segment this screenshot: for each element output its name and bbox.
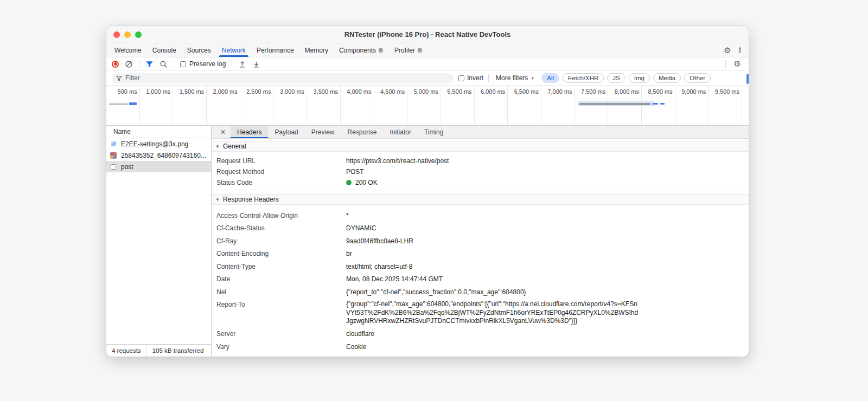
invert-label: Invert	[467, 74, 483, 82]
resource-type-chips: AllFetch/XHRJSImgMediaOther	[541, 73, 711, 83]
resource-type-chip[interactable]: Other	[684, 73, 711, 83]
main-tab[interactable]: Components	[334, 43, 389, 57]
detail-tabs: HeadersPayloadPreviewResponseInitiatorTi…	[231, 126, 450, 138]
detail-tab[interactable]: Timing	[418, 126, 450, 138]
resource-type-chip[interactable]: Media	[653, 73, 681, 83]
status-ok-dot	[346, 180, 352, 185]
header-row: Report-To {"group":"cf-nel","max_age":60…	[212, 299, 749, 328]
toolbar-divider	[725, 60, 726, 68]
response-headers-section-header[interactable]: ▼ Response Headers	[212, 194, 749, 205]
transferred-size: 105 kB transferred	[147, 347, 209, 354]
main-tab[interactable]: Network	[216, 43, 251, 57]
network-content: Name E2EE-settings@3x.png 258435352_6486…	[106, 126, 749, 357]
headers-view: ▼ General Request URL https://ptsv3.com/…	[212, 139, 749, 357]
general-section-header[interactable]: ▼ General	[212, 141, 749, 152]
main-tab[interactable]: Performance	[251, 43, 299, 57]
tabbar-actions: ⚙ ⋮	[722, 43, 749, 57]
network-settings-gear-icon[interactable]: ⚙	[731, 59, 743, 69]
header-row: Nel {"report_to":"cf-nel","success_fract…	[212, 286, 749, 299]
import-har-icon[interactable]	[238, 60, 246, 68]
close-detail-icon[interactable]: ✕	[215, 126, 231, 138]
toolbar-divider	[232, 60, 232, 68]
image-icon	[111, 141, 116, 146]
timeline-tick: 9,000 ms	[675, 86, 709, 125]
detail-tab[interactable]: Initiator	[384, 126, 418, 138]
section-divider	[212, 190, 749, 190]
document-icon	[111, 164, 116, 170]
network-toolbar: Preserve log ⚙	[106, 57, 749, 71]
header-row: Server cloudflare	[212, 328, 749, 341]
timeline-tick: 500 ms	[106, 86, 140, 125]
waterfall-bar-early[interactable]	[109, 104, 128, 105]
header-row: Access-Control-Allow-Origin *	[212, 209, 749, 222]
waterfall-bar-late-download[interactable]	[653, 103, 658, 105]
response-header-rows: Access-Control-Allow-Origin * Cf-Cache-S…	[212, 209, 749, 353]
filter-placeholder: Filter	[125, 74, 140, 82]
timeline-tick: 1,000 ms	[140, 86, 174, 125]
clear-network-log-icon[interactable]	[125, 60, 133, 68]
preserve-log-checkbox[interactable]	[180, 61, 186, 67]
timeline-tick: 9,500 ms	[709, 86, 742, 125]
resource-type-chip[interactable]: JS	[607, 73, 625, 83]
more-menu-icon[interactable]: ⋮	[736, 45, 744, 56]
waterfall-bar-early-download[interactable]	[129, 102, 137, 105]
resource-type-chip[interactable]: Img	[629, 73, 650, 83]
filter-input[interactable]: Filter	[112, 73, 454, 83]
disclosure-triangle-icon: ▼	[215, 197, 220, 202]
detail-tabbar: ✕ HeadersPayloadPreviewResponseInitiator…	[212, 126, 749, 139]
resource-type-chip[interactable]: Fetch/XHR	[563, 73, 604, 83]
resource-type-chip[interactable]: All	[541, 73, 559, 83]
main-tabs: Welcome Console	[109, 43, 428, 57]
timeline-tick: 6,000 ms	[475, 86, 508, 125]
name-column-header[interactable]: Name	[106, 126, 211, 138]
detail-tab[interactable]: Preview	[305, 126, 341, 138]
header-row: Request URL https://ptsv3.com/t/react-na…	[212, 156, 749, 166]
waterfall-bar-late-download-end[interactable]	[660, 103, 665, 105]
record-network-log-button[interactable]	[112, 61, 119, 68]
search-icon[interactable]	[159, 60, 168, 68]
timeline-tick: 3,500 ms	[307, 86, 341, 125]
general-rows: Request URL https://ptsv3.com/t/react-na…	[212, 156, 749, 188]
toolbar-divider	[174, 60, 174, 68]
preserve-log-label: Preserve log	[189, 60, 226, 68]
titlebar: RNTester (iPhone 16 Pro) - React Native …	[106, 26, 749, 43]
main-tab[interactable]: Console	[147, 43, 182, 57]
filter-divider	[488, 74, 489, 82]
timeline-tick: 3,000 ms	[273, 86, 307, 125]
request-count: 4 requests	[106, 347, 146, 354]
filter-row: Filter Invert More filters ▼ AllFetch/XH…	[106, 71, 749, 86]
request-row[interactable]: E2EE-settings@3x.png	[106, 138, 211, 150]
request-row[interactable]: 258435352_648609743160...	[106, 150, 211, 161]
network-overview-timeline[interactable]: 500 ms1,000 ms1,500 ms2,000 ms2,500 ms3,…	[106, 86, 749, 126]
invert-checkbox[interactable]	[458, 75, 464, 81]
timeline-tick: 1,500 ms	[173, 86, 207, 125]
network-toolbar-right: ⚙	[725, 59, 743, 69]
toolbar-divider	[139, 60, 139, 68]
requests-panel: Name E2EE-settings@3x.png 258435352_6486…	[106, 126, 212, 357]
main-tab[interactable]: Memory	[299, 43, 334, 57]
scrollbar-thumb[interactable]	[746, 74, 749, 84]
detail-tab[interactable]: Response	[341, 126, 383, 138]
filter-funnel-icon[interactable]	[145, 60, 154, 68]
main-tabbar: Welcome Console	[106, 43, 749, 57]
requests-list: E2EE-settings@3x.png 258435352_648609743…	[106, 138, 211, 172]
header-row: Request Method POST	[212, 166, 749, 177]
main-tab[interactable]: Profiler	[389, 43, 428, 57]
main-tab[interactable]: Welcome	[109, 43, 147, 57]
request-detail-panel: ✕ HeadersPayloadPreviewResponseInitiator…	[212, 126, 749, 357]
detail-tab[interactable]: Payload	[268, 126, 304, 138]
more-filters-dropdown[interactable]: More filters ▼	[494, 74, 537, 82]
filter-input-funnel-icon	[116, 75, 122, 81]
waterfall-bar-late[interactable]	[579, 103, 650, 106]
main-tab[interactable]: Sources	[182, 43, 216, 57]
detail-tab[interactable]: Headers	[231, 126, 268, 138]
request-row[interactable]: post	[106, 161, 211, 172]
export-har-icon[interactable]	[252, 60, 260, 68]
timeline-tick: 6,500 ms	[508, 86, 541, 125]
header-row: Status Code 200 OK	[212, 177, 749, 188]
timeline-tick: 5,000 ms	[407, 86, 441, 125]
header-row: Vary Cookie	[212, 340, 749, 353]
header-row: Content-Encoding br	[212, 248, 749, 261]
settings-gear-icon[interactable]: ⚙	[722, 45, 733, 56]
header-row: Date Mon, 08 Dec 2025 14:47:44 GMT	[212, 273, 749, 286]
